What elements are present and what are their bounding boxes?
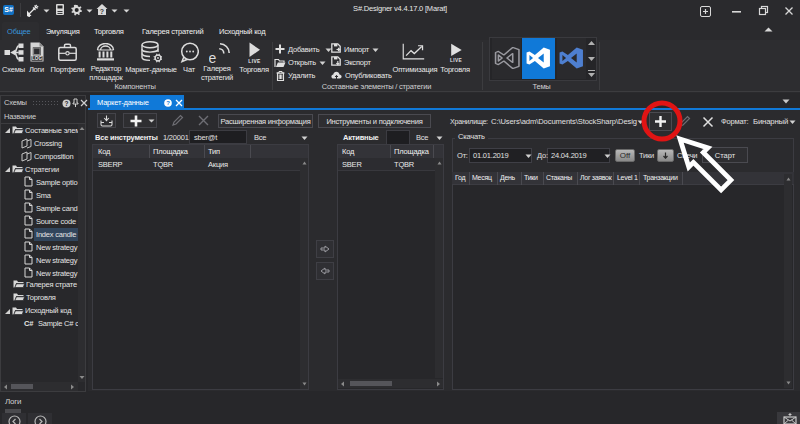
svg-text:?: ? (166, 100, 170, 106)
svg-text:LIVE: LIVE (248, 59, 261, 64)
svg-text:LIVE: LIVE (450, 58, 463, 63)
svg-text:e: e (209, 50, 217, 64)
